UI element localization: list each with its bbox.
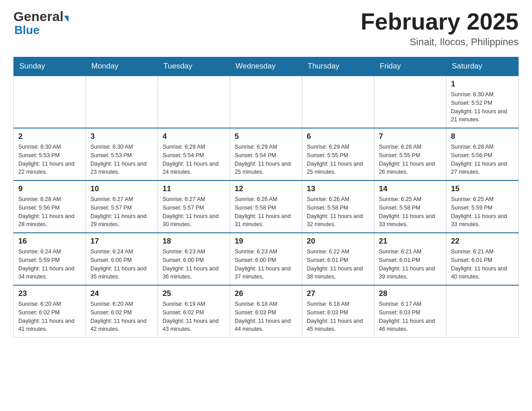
day-info: Sunrise: 6:27 AM Sunset: 5:57 PM Dayligh… [90, 195, 153, 229]
day-info: Sunrise: 6:22 AM Sunset: 6:01 PM Dayligh… [307, 248, 369, 281]
day-info: Sunrise: 6:27 AM Sunset: 5:57 PM Dayligh… [163, 195, 225, 229]
weekday-header-sunday: Sunday [14, 57, 86, 76]
day-number: 12 [235, 184, 297, 193]
calendar-title: February 2025 [360, 9, 519, 34]
calendar-cell [302, 76, 374, 128]
day-info: Sunrise: 6:28 AM Sunset: 5:56 PM Dayligh… [451, 143, 514, 176]
calendar-cell: 26Sunrise: 6:18 AM Sunset: 6:03 PM Dayli… [230, 285, 302, 338]
day-info: Sunrise: 6:19 AM Sunset: 6:02 PM Dayligh… [163, 300, 225, 334]
calendar-subtitle: Sinait, Ilocos, Philippines [360, 36, 519, 48]
calendar-cell [158, 76, 230, 128]
day-info: Sunrise: 6:29 AM Sunset: 5:54 PM Dayligh… [163, 143, 225, 176]
day-number: 28 [379, 289, 442, 298]
day-info: Sunrise: 6:18 AM Sunset: 6:03 PM Dayligh… [307, 300, 369, 334]
day-number: 2 [18, 132, 81, 141]
calendar-cell: 27Sunrise: 6:18 AM Sunset: 6:03 PM Dayli… [302, 285, 374, 338]
calendar-cell: 19Sunrise: 6:23 AM Sunset: 6:00 PM Dayli… [230, 233, 302, 285]
calendar-cell: 21Sunrise: 6:21 AM Sunset: 6:01 PM Dayli… [374, 233, 446, 285]
weekday-header-friday: Friday [374, 57, 446, 76]
weekday-header-saturday: Saturday [446, 57, 519, 76]
day-info: Sunrise: 6:23 AM Sunset: 6:00 PM Dayligh… [163, 248, 225, 281]
day-info: Sunrise: 6:25 AM Sunset: 5:58 PM Dayligh… [379, 195, 442, 229]
day-number: 20 [307, 237, 369, 246]
calendar-cell [86, 76, 158, 128]
day-number: 25 [163, 289, 225, 298]
calendar-cell [230, 76, 302, 128]
day-info: Sunrise: 6:21 AM Sunset: 6:01 PM Dayligh… [451, 248, 514, 281]
calendar-cell: 4Sunrise: 6:29 AM Sunset: 5:54 PM Daylig… [158, 128, 230, 180]
day-info: Sunrise: 6:21 AM Sunset: 6:01 PM Dayligh… [379, 248, 442, 281]
calendar-cell: 3Sunrise: 6:30 AM Sunset: 5:53 PM Daylig… [86, 128, 158, 180]
calendar-cell [446, 285, 519, 338]
calendar-cell: 1Sunrise: 6:30 AM Sunset: 5:52 PM Daylig… [446, 76, 519, 128]
day-number: 6 [307, 132, 369, 141]
calendar-cell: 22Sunrise: 6:21 AM Sunset: 6:01 PM Dayli… [446, 233, 519, 285]
calendar-cell: 15Sunrise: 6:25 AM Sunset: 5:59 PM Dayli… [446, 180, 519, 233]
day-number: 10 [90, 184, 153, 193]
day-number: 19 [235, 237, 297, 246]
week-row-0: 1Sunrise: 6:30 AM Sunset: 5:52 PM Daylig… [14, 76, 519, 128]
day-info: Sunrise: 6:17 AM Sunset: 6:03 PM Dayligh… [379, 300, 442, 334]
calendar-cell: 5Sunrise: 6:29 AM Sunset: 5:54 PM Daylig… [230, 128, 302, 180]
calendar-cell: 6Sunrise: 6:29 AM Sunset: 5:55 PM Daylig… [302, 128, 374, 180]
logo-arrow-icon [64, 16, 69, 22]
weekday-header-row: SundayMondayTuesdayWednesdayThursdayFrid… [14, 57, 519, 76]
day-number: 4 [163, 132, 225, 141]
day-number: 16 [18, 237, 81, 246]
day-info: Sunrise: 6:20 AM Sunset: 6:02 PM Dayligh… [90, 300, 153, 334]
calendar-cell [374, 76, 446, 128]
day-number: 26 [235, 289, 297, 298]
calendar-cell: 18Sunrise: 6:23 AM Sunset: 6:00 PM Dayli… [158, 233, 230, 285]
calendar-cell [14, 76, 86, 128]
day-number: 5 [235, 132, 297, 141]
day-number: 24 [90, 289, 153, 298]
day-info: Sunrise: 6:30 AM Sunset: 5:52 PM Dayligh… [451, 90, 514, 124]
calendar-cell: 14Sunrise: 6:25 AM Sunset: 5:58 PM Dayli… [374, 180, 446, 233]
week-row-2: 9Sunrise: 6:28 AM Sunset: 5:56 PM Daylig… [14, 180, 519, 233]
day-number: 1 [451, 80, 514, 89]
week-row-4: 23Sunrise: 6:20 AM Sunset: 6:02 PM Dayli… [14, 285, 519, 338]
weekday-header-monday: Monday [86, 57, 158, 76]
day-number: 27 [307, 289, 369, 298]
calendar-table: SundayMondayTuesdayWednesdayThursdayFrid… [13, 57, 519, 338]
calendar-cell: 8Sunrise: 6:28 AM Sunset: 5:56 PM Daylig… [446, 128, 519, 180]
day-number: 17 [90, 237, 153, 246]
day-number: 18 [163, 237, 225, 246]
weekday-header-thursday: Thursday [302, 57, 374, 76]
day-number: 14 [379, 184, 442, 193]
calendar-cell: 12Sunrise: 6:26 AM Sunset: 5:58 PM Dayli… [230, 180, 302, 233]
week-row-3: 16Sunrise: 6:24 AM Sunset: 5:59 PM Dayli… [14, 233, 519, 285]
day-number: 8 [451, 132, 514, 141]
day-number: 7 [379, 132, 442, 141]
calendar-cell: 16Sunrise: 6:24 AM Sunset: 5:59 PM Dayli… [14, 233, 86, 285]
day-info: Sunrise: 6:20 AM Sunset: 6:02 PM Dayligh… [18, 300, 81, 334]
calendar-cell: 23Sunrise: 6:20 AM Sunset: 6:02 PM Dayli… [14, 285, 86, 338]
calendar-cell: 2Sunrise: 6:30 AM Sunset: 5:53 PM Daylig… [14, 128, 86, 180]
day-number: 15 [451, 184, 514, 193]
logo-general-text: General [13, 9, 64, 24]
calendar-cell: 10Sunrise: 6:27 AM Sunset: 5:57 PM Dayli… [86, 180, 158, 233]
logo-blue-text: Blue [13, 23, 39, 37]
day-number: 3 [90, 132, 153, 141]
day-info: Sunrise: 6:18 AM Sunset: 6:03 PM Dayligh… [235, 300, 297, 334]
calendar-cell: 28Sunrise: 6:17 AM Sunset: 6:03 PM Dayli… [374, 285, 446, 338]
day-info: Sunrise: 6:23 AM Sunset: 6:00 PM Dayligh… [235, 248, 297, 281]
day-info: Sunrise: 6:26 AM Sunset: 5:58 PM Dayligh… [307, 195, 369, 229]
day-info: Sunrise: 6:25 AM Sunset: 5:59 PM Dayligh… [451, 195, 514, 229]
day-info: Sunrise: 6:24 AM Sunset: 6:00 PM Dayligh… [90, 248, 153, 281]
weekday-header-tuesday: Tuesday [158, 57, 230, 76]
day-info: Sunrise: 6:30 AM Sunset: 5:53 PM Dayligh… [18, 143, 81, 176]
day-number: 22 [451, 237, 514, 246]
calendar-cell: 11Sunrise: 6:27 AM Sunset: 5:57 PM Dayli… [158, 180, 230, 233]
day-number: 11 [163, 184, 225, 193]
calendar-cell: 7Sunrise: 6:28 AM Sunset: 5:55 PM Daylig… [374, 128, 446, 180]
calendar-cell: 17Sunrise: 6:24 AM Sunset: 6:00 PM Dayli… [86, 233, 158, 285]
calendar-cell: 25Sunrise: 6:19 AM Sunset: 6:02 PM Dayli… [158, 285, 230, 338]
day-number: 13 [307, 184, 369, 193]
weekday-header-wednesday: Wednesday [230, 57, 302, 76]
logo: General Blue [13, 9, 69, 37]
day-info: Sunrise: 6:29 AM Sunset: 5:55 PM Dayligh… [307, 143, 369, 176]
day-number: 23 [18, 289, 81, 298]
title-section: February 2025 Sinait, Ilocos, Philippine… [360, 9, 519, 48]
day-info: Sunrise: 6:24 AM Sunset: 5:59 PM Dayligh… [18, 248, 81, 281]
